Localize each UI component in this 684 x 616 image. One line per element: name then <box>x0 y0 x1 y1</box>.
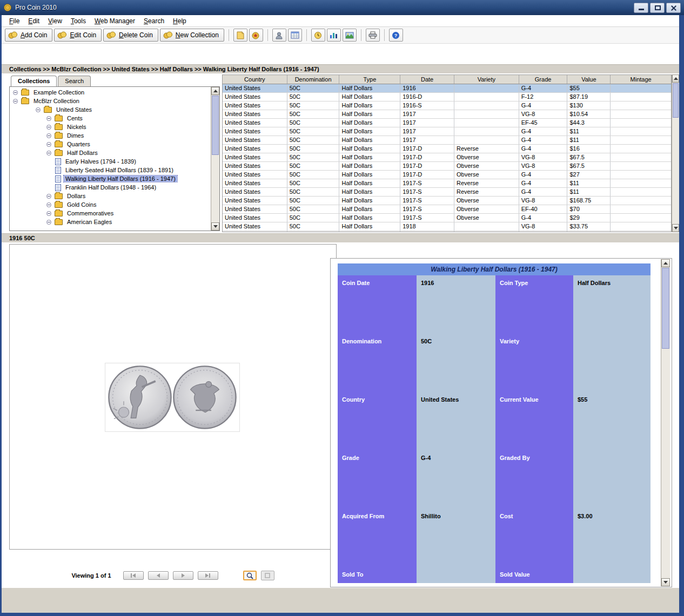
column-header-grade[interactable]: Grade <box>519 75 568 84</box>
tree-scrollbar[interactable] <box>211 87 219 231</box>
contacts-button[interactable] <box>272 29 286 42</box>
tree-item-cents[interactable]: Cents <box>10 114 210 123</box>
tree-item-example-collection[interactable]: Example Collection <box>10 88 210 97</box>
menu-item[interactable]: Edit <box>24 16 44 26</box>
scroll-thumb[interactable] <box>662 268 669 349</box>
menu-item[interactable]: Help <box>169 16 191 26</box>
scroll-up-button[interactable] <box>672 75 679 83</box>
close-button[interactable] <box>666 3 681 13</box>
tree-item-walking-liberty-half-dollars[interactable]: Walking Liberty Half Dollars (1916 - 194… <box>10 174 210 183</box>
table-row[interactable]: United States 50C Half Dollars 1917 G-4 … <box>223 136 671 145</box>
tree-item-american-eagles[interactable]: American Eagles <box>10 218 210 226</box>
help-button[interactable]: ? <box>389 29 403 42</box>
chart-button[interactable] <box>327 29 341 42</box>
menu-item[interactable]: Tools <box>66 16 90 26</box>
scroll-thumb[interactable] <box>212 96 219 155</box>
table-row[interactable]: United States 50C Half Dollars 1918 VG-8… <box>223 222 671 231</box>
coin-wizard-button[interactable] <box>249 29 263 42</box>
tree-toggle-icon[interactable] <box>46 220 51 225</box>
tree-toggle-icon[interactable] <box>46 142 51 147</box>
image-button[interactable] <box>343 29 357 42</box>
tree-toggle-icon[interactable] <box>46 151 51 155</box>
table-cell: United States <box>223 127 287 136</box>
table-row[interactable]: United States 50C Half Dollars 1917-D Ob… <box>223 171 671 179</box>
table-row[interactable]: United States 50C Half Dollars 1916-D F-… <box>223 93 671 101</box>
note-button[interactable] <box>233 29 247 42</box>
detail-scrollbar[interactable] <box>661 259 670 586</box>
tree-toggle-icon[interactable] <box>46 125 51 130</box>
menu-item[interactable]: Search <box>139 16 169 26</box>
new-collection-button[interactable]: New Collection <box>160 29 224 42</box>
table-row[interactable]: United States 50C Half Dollars 1917-D Ob… <box>223 162 671 171</box>
scroll-up-button[interactable] <box>211 87 219 95</box>
maximize-button[interactable] <box>650 3 665 13</box>
spreadsheet-button[interactable] <box>288 29 302 42</box>
scroll-up-button[interactable] <box>661 259 670 267</box>
first-record-button[interactable] <box>123 571 144 580</box>
next-record-button[interactable] <box>173 571 193 580</box>
print-button[interactable] <box>366 29 380 42</box>
column-header-mintage[interactable]: Mintage <box>611 75 671 84</box>
scroll-down-button[interactable] <box>672 224 679 232</box>
column-header-denomination[interactable]: Denomination <box>287 75 340 84</box>
menu-item[interactable]: Web Manager <box>90 16 139 26</box>
table-scrollbar[interactable] <box>672 75 679 232</box>
column-header-date[interactable]: Date <box>400 75 454 84</box>
table-row[interactable]: United States 50C Half Dollars 1918-D G-… <box>223 231 671 232</box>
table-row[interactable]: United States 50C Half Dollars 1917 G-4 … <box>223 127 671 136</box>
tree-item-liberty-seated-half-dollars[interactable]: Liberty Seated Half Dollars (1839 - 1891… <box>10 166 210 174</box>
scroll-down-button[interactable] <box>211 222 219 231</box>
table-row[interactable]: United States 50C Half Dollars 1917 VG-8… <box>223 110 671 119</box>
detail-grid: Coin Date 1916 Coin Type Half Dollars De… <box>338 275 651 583</box>
tree-item-franklin-half-dollars[interactable]: Franklin Half Dollars (1948 - 1964) <box>10 183 210 192</box>
zoom-button[interactable] <box>243 571 257 580</box>
add-coin-button[interactable]: Add Coin <box>5 29 52 42</box>
previous-record-button[interactable] <box>148 571 169 580</box>
tree-item-half-dollars[interactable]: Half Dollars <box>10 148 210 157</box>
tab-search[interactable]: Search <box>58 76 91 86</box>
tree-toggle-icon[interactable] <box>36 107 41 112</box>
table-row[interactable]: United States 50C Half Dollars 1917-D Ob… <box>223 153 671 162</box>
table-row[interactable]: United States 50C Half Dollars 1917-S Ob… <box>223 214 671 222</box>
coin-detail-content: Walking Liberty Half Dollars (1916 - 194… <box>338 263 651 583</box>
menu-item[interactable]: View <box>44 16 66 26</box>
column-header-type[interactable]: Type <box>339 75 400 84</box>
tree-item-gold-coins[interactable]: Gold Coins <box>10 200 210 209</box>
column-header-country[interactable]: Country <box>223 75 287 84</box>
tree-toggle-icon[interactable] <box>46 211 51 216</box>
tree-toggle-icon[interactable] <box>13 90 18 95</box>
scroll-thumb[interactable] <box>673 83 679 118</box>
column-header-variety[interactable]: Variety <box>454 75 519 84</box>
tree-item-mcblzr-collection[interactable]: McBlzr Collection <box>10 97 210 105</box>
table-row[interactable]: United States 50C Half Dollars 1917-S Re… <box>223 179 671 188</box>
tree-item-nickels[interactable]: Nickels <box>10 123 210 131</box>
tree-toggle-icon[interactable] <box>46 116 51 121</box>
tree-item-quarters[interactable]: Quarters <box>10 140 210 148</box>
tree-toggle-icon[interactable] <box>46 133 51 138</box>
tree-toggle-icon[interactable] <box>46 202 51 207</box>
delete-coin-button[interactable]: Delete Coin <box>103 29 158 42</box>
table-row[interactable]: United States 50C Half Dollars 1916-S G-… <box>223 101 671 110</box>
table-row[interactable]: United States 50C Half Dollars 1917-S Ob… <box>223 197 671 205</box>
table-row[interactable]: United States 50C Half Dollars 1917 EF-4… <box>223 119 671 127</box>
table-row[interactable]: United States 50C Half Dollars 1916 G-4 … <box>223 84 671 93</box>
table-row[interactable]: United States 50C Half Dollars 1917-S Re… <box>223 188 671 197</box>
tree-item-dimes[interactable]: Dimes <box>10 131 210 140</box>
tree-item-early-halves[interactable]: Early Halves (1794 - 1839) <box>10 157 210 166</box>
table-row[interactable]: United States 50C Half Dollars 1917-D Re… <box>223 145 671 153</box>
last-record-button[interactable] <box>198 571 218 580</box>
minimize-button[interactable] <box>634 3 648 13</box>
tree-toggle-icon[interactable] <box>13 99 18 104</box>
tree-item-united-states[interactable]: United States <box>10 105 210 114</box>
scroll-down-button[interactable] <box>661 578 670 586</box>
tab-collections[interactable]: Collections <box>11 76 57 86</box>
actual-size-button[interactable] <box>261 571 274 580</box>
edit-coin-button[interactable]: Edit Coin <box>54 29 102 42</box>
table-row[interactable]: United States 50C Half Dollars 1917-S Ob… <box>223 205 671 214</box>
tree-item-dollars[interactable]: Dollars <box>10 192 210 200</box>
tree-toggle-icon[interactable] <box>46 194 51 199</box>
tree-item-commemoratives[interactable]: Commemoratives <box>10 209 210 218</box>
clock-button[interactable] <box>311 29 325 42</box>
menu-item[interactable]: File <box>5 16 24 26</box>
column-header-value[interactable]: Value <box>567 75 611 84</box>
